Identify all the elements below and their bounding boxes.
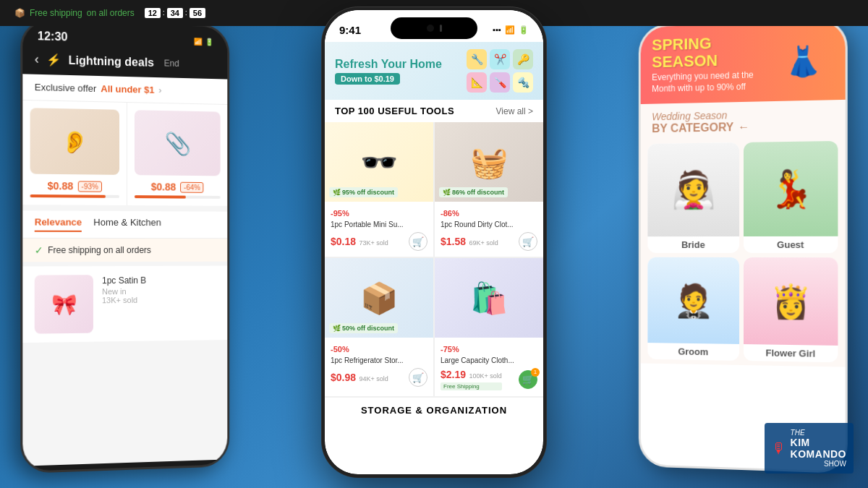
bags-price: $2.19 xyxy=(441,369,466,380)
bags-discount-pct: -75% xyxy=(441,345,459,354)
left-product-grid: 👂 $0.88 -93% 📎 $0.88 -64% xyxy=(22,100,227,206)
phone-notch xyxy=(391,17,477,39)
phone-right: SPRING SEASON Everything you need at the… xyxy=(639,18,848,474)
ear-discount-badge: -93% xyxy=(77,181,102,192)
tab-relevance[interactable]: Relevance xyxy=(35,216,82,231)
ear-price-row: $0.88 -93% xyxy=(48,180,102,192)
tab-home-kitchen[interactable]: Home & Kitchen xyxy=(93,217,161,232)
basket-price: $1.58 xyxy=(441,236,466,247)
list-product-item[interactable]: 🎀 1pc Satin B New in 13K+ sold xyxy=(22,266,227,343)
list-product-name: 1pc Satin B xyxy=(102,274,216,287)
glasses-info: -95% 1pc Portable Mini Su... $0.18 73K+ … xyxy=(325,202,433,257)
glasses-discount-pct: -95% xyxy=(331,209,349,218)
category-arrow-icon: ← xyxy=(738,121,749,134)
cart-badge: 1 xyxy=(531,368,540,377)
product-card-basket[interactable]: 🧺 🌿 86% off discount -86% 1pc Round Dirt… xyxy=(435,122,543,257)
watermark-box: 🎙 THE KIM KOMANDO SHOW xyxy=(765,423,854,474)
spring-season-banner: SPRING SEASON Everything you need at the… xyxy=(641,20,846,104)
signal-icon: ▪▪▪ xyxy=(493,25,501,34)
mic-icon: 🎙 xyxy=(772,440,786,457)
phone-center: 9:41 ▪▪▪ 📶 🔋 Refresh Your Home Down to $… xyxy=(322,7,546,477)
timer-hours: 12 xyxy=(145,8,161,18)
tool-icon-4: 📐 xyxy=(467,72,487,93)
clips-price-row: $0.88 -64% xyxy=(151,181,204,193)
product-card-storage[interactable]: 📦 🌿 50% off discount -50% 1pc Refrigerat… xyxy=(325,258,433,396)
storage-bottom-row: $0.98 94K+ sold 🛒 xyxy=(331,368,427,387)
basket-sold: 69K+ sold xyxy=(469,239,498,247)
clips-product-image: 📎 xyxy=(134,110,220,176)
ear-product-image: 👂 xyxy=(30,108,119,175)
glasses-sold: 73K+ sold xyxy=(359,239,388,247)
left-product-card-clips[interactable]: 📎 $0.88 -64% xyxy=(127,103,227,206)
exclusive-offer-bar[interactable]: Exclusive offer All under $1 › xyxy=(22,74,227,105)
tool-icon-3: 🔑 xyxy=(513,49,533,69)
shipping-icon: 📦 xyxy=(14,8,25,18)
spring-banner-text: SPRING SEASON Everything you need at the… xyxy=(652,33,773,95)
left-time: 12:30 xyxy=(38,30,68,44)
top-fashion-grid: 👰 Bride 💃 Guest xyxy=(647,141,838,253)
storage-cart-button[interactable]: 🛒 xyxy=(409,368,427,387)
battery-icon: 🔋 xyxy=(519,25,529,35)
storage-product-image: 📦 🌿 50% off discount xyxy=(325,258,433,338)
front-camera xyxy=(427,25,434,32)
left-status-icons: 📶 🔋 xyxy=(194,37,213,46)
groom-label: Groom xyxy=(678,343,708,361)
back-button[interactable]: ‹ xyxy=(35,51,39,67)
spring-banner-price: Month with up to 90% off xyxy=(652,81,773,94)
bags-info: -75% Large Capacity Cloth... $2.19 100K+… xyxy=(435,338,543,396)
glasses-product-image: 🕶️ 🌿 95% off discount xyxy=(325,122,433,202)
center-status-icons: ▪▪▪ 📶 🔋 xyxy=(493,25,529,35)
flower-girl-category-card[interactable]: 👸 Flower Girl xyxy=(744,257,838,362)
timer-seconds: 56 xyxy=(190,8,205,18)
refresh-home-banner[interactable]: Refresh Your Home Down to $0.19 🔧 ✂️ 🔑 📐… xyxy=(325,42,543,100)
ear-price: $0.88 xyxy=(48,180,74,192)
guest-label: Guest xyxy=(777,236,804,253)
glasses-cart-button[interactable]: 🛒 xyxy=(409,232,427,251)
left-product-card-ear[interactable]: 👂 $0.88 -93% xyxy=(22,100,126,205)
clips-discount-badge: -64% xyxy=(180,181,204,192)
fashion-banner-image: 👗 xyxy=(773,31,833,91)
storage-sold: 94K+ sold xyxy=(359,375,388,382)
free-shipping-banner: ✓ Free shipping on all orders xyxy=(22,238,227,262)
left-phone-content: Exclusive offer All under $1 › 👂 $0.88 -… xyxy=(22,74,227,466)
tool-icon-6: 🔩 xyxy=(513,72,533,93)
glasses-name: 1pc Portable Mini Su... xyxy=(331,220,427,229)
wedding-section-header: Wedding Season BY CATEGORY ← xyxy=(641,100,846,140)
bride-category-card[interactable]: 👰 Bride xyxy=(647,142,739,253)
glasses-bottom-row: $0.18 73K+ sold 🛒 xyxy=(331,232,427,251)
basket-cart-button[interactable]: 🛒 xyxy=(519,232,537,251)
ear-progress-fill xyxy=(30,194,106,198)
view-all-link[interactable]: View all > xyxy=(496,106,533,116)
bags-bottom-row: $2.19 100K+ sold Free Shipping 🛒 1 xyxy=(441,368,537,390)
storage-info: -50% 1pc Refrigerator Stor... $0.98 94K+… xyxy=(325,338,433,393)
bottom-fashion-grid: 🤵 Groom 👸 Flower Girl xyxy=(647,257,838,363)
wedding-categories: 👰 Bride 💃 Guest 🤵 Groom 👸 Flower Girl xyxy=(641,137,846,367)
wedding-category-title: BY CATEGORY xyxy=(652,121,733,136)
top100-section-header: TOP 100 USEFUL TOOLS View all > xyxy=(325,100,543,122)
spring-season-title: SPRING SEASON xyxy=(652,33,773,72)
kim-komando-watermark: 🎙 THE KIM KOMANDO SHOW xyxy=(765,423,854,474)
clips-progress-bar xyxy=(134,195,220,199)
basket-discount-pct: -86% xyxy=(441,209,459,218)
ear-progress-bar xyxy=(30,194,119,198)
guest-category-card[interactable]: 💃 Guest xyxy=(744,141,838,253)
flower-girl-label: Flower Girl xyxy=(766,345,816,362)
tool-icon-2: ✂️ xyxy=(490,49,510,69)
list-product-image: 🎀 xyxy=(35,275,93,333)
exclusive-price: All under $1 xyxy=(101,83,154,95)
product-card-glasses[interactable]: 🕶️ 🌿 95% off discount -95% 1pc Portable … xyxy=(325,122,433,257)
banner-text: Refresh Your Home Down to $0.19 xyxy=(335,57,461,85)
bride-category-image: 👰 xyxy=(647,142,739,236)
check-icon: ✓ xyxy=(35,244,43,256)
bags-sold: 100K+ sold xyxy=(469,372,502,380)
storage-price: $0.98 xyxy=(331,372,356,383)
storage-name: 1pc Refrigerator Stor... xyxy=(331,356,427,365)
groom-category-card[interactable]: 🤵 Groom xyxy=(647,257,739,361)
exclusive-label: Exclusive offer xyxy=(35,82,97,94)
bags-cart-button[interactable]: 🛒 1 xyxy=(519,370,537,389)
bags-product-image: 🛍️ xyxy=(435,258,543,338)
exclusive-chevron: › xyxy=(158,85,161,95)
bride-label: Bride xyxy=(681,236,705,253)
flower-girl-category-image: 👸 xyxy=(744,257,838,346)
product-card-bags[interactable]: 🛍️ -75% Large Capacity Cloth... $2.19 10… xyxy=(435,258,543,396)
